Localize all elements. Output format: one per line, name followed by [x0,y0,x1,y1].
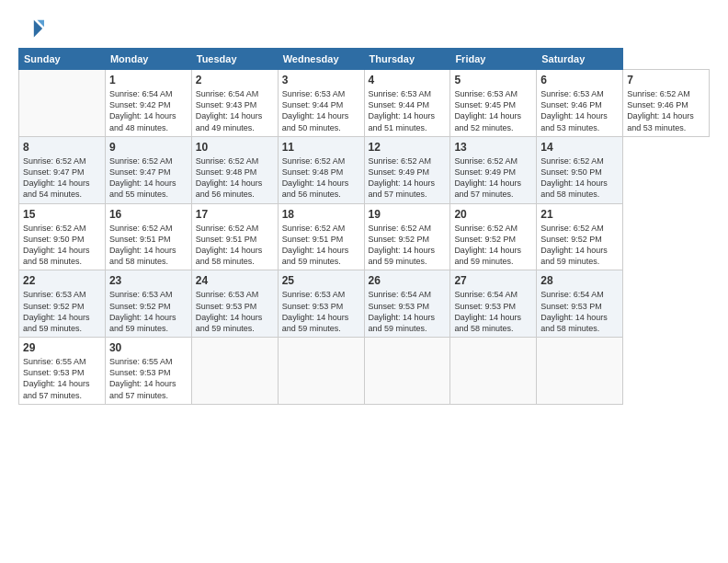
daylight-minutes: and 54 minutes. [23,190,82,199]
daylight-minutes: and 58 minutes. [23,257,82,266]
sunrise-text: Sunrise: 6:53 AM [196,290,259,299]
calendar-cell: 10Sunrise: 6:52 AMSunset: 9:48 PMDayligh… [191,136,278,203]
calendar-cell: 7Sunrise: 6:52 AMSunset: 9:46 PMDaylight… [623,70,710,137]
day-number: 3 [282,73,360,87]
daylight-minutes: and 59 minutes. [369,324,427,333]
daylight-label: Daylight: 14 hours [196,111,263,121]
calendar-cell: 23Sunrise: 6:53 AMSunset: 9:52 PMDayligh… [105,270,191,338]
daylight-minutes: and 59 minutes. [540,257,599,266]
daylight-label: Daylight: 14 hours [109,313,176,322]
sunset-text: Sunset: 9:46 PM [540,100,602,109]
daylight-label: Daylight: 14 hours [282,178,349,188]
daylight-label: Daylight: 14 hours [454,313,521,322]
sunrise-text: Sunrise: 6:53 AM [454,89,518,98]
calendar-cell: 26Sunrise: 6:54 AMSunset: 9:53 PMDayligh… [364,270,450,338]
day-number: 1 [109,73,188,87]
daylight-label: Daylight: 14 hours [109,178,176,188]
day-number: 19 [369,207,447,222]
daylight-label: Daylight: 14 hours [23,246,90,255]
sunset-text: Sunset: 9:46 PM [627,100,688,109]
daylight-minutes: and 53 minutes. [540,123,599,132]
sunrise-text: Sunrise: 6:54 AM [109,89,173,98]
day-number: 23 [109,273,188,288]
day-number: 13 [454,140,532,155]
day-number: 26 [369,273,447,288]
calendar-cell: 8Sunrise: 6:52 AMSunset: 9:47 PMDaylight… [19,136,106,203]
calendar-header-row: SundayMondayTuesdayWednesdayThursdayFrid… [19,49,710,70]
calendar-cell: 30Sunrise: 6:55 AMSunset: 9:53 PMDayligh… [105,338,191,405]
sunset-text: Sunset: 9:50 PM [540,167,602,177]
calendar-cell: 9Sunrise: 6:52 AMSunset: 9:47 PMDaylight… [105,136,191,203]
sunrise-text: Sunrise: 6:52 AM [23,156,86,166]
logo-icon [18,17,44,42]
calendar-cell [364,338,450,405]
daylight-minutes: and 59 minutes. [23,324,82,333]
sunrise-text: Sunrise: 6:52 AM [23,224,86,233]
sunset-text: Sunset: 9:42 PM [109,100,171,109]
daylight-minutes: and 48 minutes. [109,123,168,132]
daylight-minutes: and 51 minutes. [369,123,427,132]
sunset-text: Sunset: 9:49 PM [454,167,516,177]
day-number: 10 [196,140,274,155]
daylight-minutes: and 59 minutes. [109,324,168,333]
calendar-cell: 1Sunrise: 6:54 AMSunset: 9:42 PMDaylight… [105,70,191,137]
sunrise-text: Sunrise: 6:54 AM [454,290,518,299]
sunrise-text: Sunrise: 6:52 AM [282,224,346,233]
calendar-cell: 2Sunrise: 6:54 AMSunset: 9:43 PMDaylight… [191,70,278,137]
day-number: 27 [454,273,532,288]
header-tuesday: Tuesday [191,49,278,70]
calendar-cell [537,338,623,405]
daylight-label: Daylight: 14 hours [196,246,263,255]
header-monday: Monday [105,49,191,70]
calendar-cell: 13Sunrise: 6:52 AMSunset: 9:49 PMDayligh… [450,136,537,203]
calendar-cell: 25Sunrise: 6:53 AMSunset: 9:53 PMDayligh… [278,270,364,338]
day-number: 16 [109,207,188,222]
sunset-text: Sunset: 9:53 PM [196,302,257,311]
calendar-cell: 18Sunrise: 6:52 AMSunset: 9:51 PMDayligh… [278,203,364,270]
daylight-label: Daylight: 14 hours [23,379,90,388]
sunset-text: Sunset: 9:53 PM [109,368,171,377]
calendar-cell: 27Sunrise: 6:54 AMSunset: 9:53 PMDayligh… [450,270,537,338]
sunset-text: Sunset: 9:47 PM [109,167,171,177]
sunset-text: Sunset: 9:44 PM [369,100,430,109]
sunrise-text: Sunrise: 6:52 AM [196,156,259,166]
week-row-5: 29Sunrise: 6:55 AMSunset: 9:53 PMDayligh… [19,338,710,405]
daylight-label: Daylight: 14 hours [109,111,176,121]
logo [18,17,46,42]
sunset-text: Sunset: 9:44 PM [282,100,344,109]
calendar-cell: 5Sunrise: 6:53 AMSunset: 9:45 PMDaylight… [450,70,537,137]
daylight-label: Daylight: 14 hours [282,111,349,121]
daylight-minutes: and 50 minutes. [282,123,341,132]
calendar-table: SundayMondayTuesdayWednesdayThursdayFrid… [18,48,710,405]
sunrise-text: Sunrise: 6:52 AM [369,156,432,166]
week-row-1: 1Sunrise: 6:54 AMSunset: 9:42 PMDaylight… [19,70,710,137]
sunrise-text: Sunrise: 6:55 AM [23,357,86,366]
calendar-cell: 12Sunrise: 6:52 AMSunset: 9:49 PMDayligh… [364,136,450,203]
header-friday: Friday [450,49,537,70]
sunset-text: Sunset: 9:48 PM [282,167,344,177]
calendar-cell [19,70,106,137]
daylight-minutes: and 58 minutes. [196,257,255,266]
daylight-label: Daylight: 14 hours [454,111,521,121]
daylight-label: Daylight: 14 hours [454,178,521,188]
day-number: 2 [196,73,274,87]
day-number: 24 [196,273,274,288]
daylight-label: Daylight: 14 hours [540,111,608,121]
sunrise-text: Sunrise: 6:54 AM [196,89,259,98]
sunset-text: Sunset: 9:50 PM [23,235,85,244]
daylight-minutes: and 59 minutes. [369,257,427,266]
sunrise-text: Sunrise: 6:54 AM [369,290,432,299]
sunset-text: Sunset: 9:48 PM [196,167,257,177]
day-number: 25 [282,273,360,288]
sunset-text: Sunset: 9:43 PM [196,100,257,109]
sunset-text: Sunset: 9:52 PM [109,302,171,311]
sunset-text: Sunset: 9:53 PM [23,368,85,377]
calendar-cell: 17Sunrise: 6:52 AMSunset: 9:51 PMDayligh… [191,203,278,270]
daylight-minutes: and 58 minutes. [540,324,599,333]
daylight-minutes: and 58 minutes. [540,190,599,199]
day-number: 21 [540,207,619,222]
day-number: 17 [196,207,274,222]
daylight-minutes: and 59 minutes. [282,257,341,266]
daylight-label: Daylight: 14 hours [540,313,608,322]
day-number: 9 [109,140,188,155]
